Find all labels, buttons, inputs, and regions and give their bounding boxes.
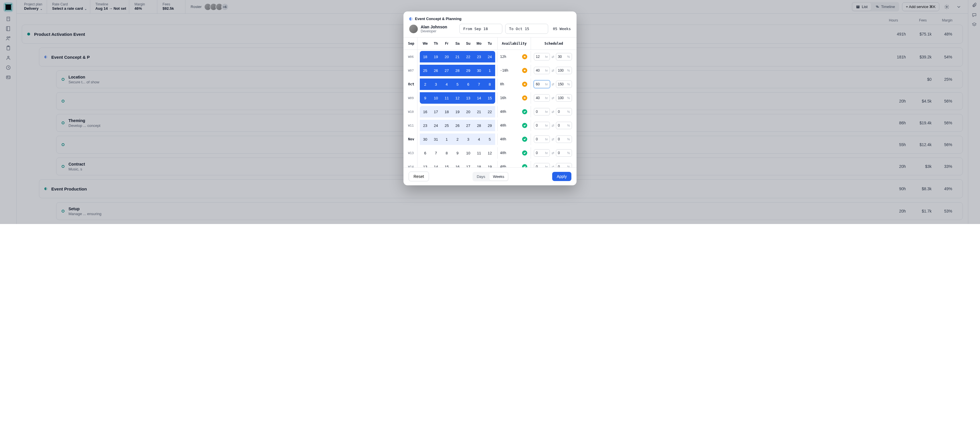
calendar-day[interactable]: 21 xyxy=(452,51,463,62)
calendar-day[interactable]: 20 xyxy=(463,106,474,118)
calendar-day[interactable]: 10 xyxy=(431,92,442,104)
calendar-day[interactable]: 13 xyxy=(420,161,431,167)
percent-input[interactable]: 0% xyxy=(556,149,572,157)
hours-input[interactable]: 0hr xyxy=(534,108,550,116)
reset-button[interactable]: Reset xyxy=(409,172,429,181)
hours-input[interactable]: 12hr xyxy=(534,53,550,60)
check-icon xyxy=(522,150,527,156)
calendar-day[interactable]: 17 xyxy=(463,161,474,167)
calendar-day[interactable]: 22 xyxy=(463,51,474,62)
calendar-day[interactable]: 6 xyxy=(420,147,431,159)
calendar-day[interactable]: 3 xyxy=(463,133,474,145)
calendar-day[interactable]: 8 xyxy=(441,147,452,159)
calendar-day[interactable]: 25 xyxy=(441,120,452,131)
percent-input[interactable]: 150% xyxy=(556,81,572,88)
calendar-day[interactable]: 26 xyxy=(452,120,463,131)
calendar-day[interactable]: 28 xyxy=(452,65,463,76)
days-button[interactable]: Days xyxy=(473,173,489,181)
percent-input[interactable]: 100% xyxy=(556,67,572,74)
calendar-day[interactable]: 9 xyxy=(420,92,431,104)
calendar-day[interactable]: 8 xyxy=(484,78,495,90)
calendar-day[interactable]: 29 xyxy=(484,120,495,131)
calendar-day[interactable]: 13 xyxy=(463,92,474,104)
calendar-day[interactable]: 1 xyxy=(441,133,452,145)
calendar-day[interactable]: 16 xyxy=(452,161,463,167)
calendar-day[interactable]: 9 xyxy=(452,147,463,159)
calendar-row: W141314151617181940h0hr⇄0% xyxy=(404,160,576,167)
calendar-day[interactable]: 28 xyxy=(474,120,485,131)
calendar-day[interactable]: 4 xyxy=(441,78,452,90)
hours-input[interactable]: 40hr xyxy=(534,67,550,74)
weeks-button[interactable]: Weeks xyxy=(489,173,508,181)
calendar-day[interactable]: 30 xyxy=(474,65,485,76)
calendar-day[interactable]: 3 xyxy=(431,78,442,90)
calendar-day[interactable]: 29 xyxy=(463,65,474,76)
calendar-row: W101617181920212240h0hr⇄0% xyxy=(404,105,576,119)
percent-input[interactable]: 0% xyxy=(556,108,572,116)
calendar-day[interactable]: 21 xyxy=(474,106,485,118)
percent-input[interactable]: 0% xyxy=(556,135,572,143)
swap-icon[interactable]: ⇄ xyxy=(552,124,554,127)
swap-icon[interactable]: ⇄ xyxy=(552,151,554,155)
percent-input[interactable]: 0% xyxy=(556,122,572,129)
calendar-day[interactable]: 10 xyxy=(463,147,474,159)
calendar-day[interactable]: 6 xyxy=(463,78,474,90)
calendar-day[interactable]: 27 xyxy=(463,120,474,131)
swap-icon[interactable]: ⇄ xyxy=(552,55,554,59)
hours-input[interactable]: 60hr xyxy=(534,81,550,88)
calendar-day[interactable]: 20 xyxy=(441,51,452,62)
calendar-day[interactable]: 12 xyxy=(452,92,463,104)
calendar-day[interactable]: 17 xyxy=(431,106,442,118)
calendar-day[interactable]: 12 xyxy=(484,147,495,159)
calendar-day[interactable]: 16 xyxy=(420,106,431,118)
calendar-day[interactable]: 19 xyxy=(431,51,442,62)
calendar-day[interactable]: 30 xyxy=(420,133,431,145)
calendar-day[interactable]: 5 xyxy=(452,78,463,90)
hours-input[interactable]: 40hr xyxy=(534,94,550,102)
swap-icon[interactable]: ⇄ xyxy=(552,69,554,73)
calendar-day[interactable]: 23 xyxy=(474,51,485,62)
swap-icon[interactable]: ⇄ xyxy=(552,165,554,168)
calendar-day[interactable]: 23 xyxy=(420,120,431,131)
calendar-day[interactable]: 27 xyxy=(441,65,452,76)
calendar-day[interactable]: 2 xyxy=(452,133,463,145)
apply-button[interactable]: Apply xyxy=(552,172,571,181)
calendar-day[interactable]: 7 xyxy=(431,147,442,159)
calendar-day[interactable]: 11 xyxy=(474,147,485,159)
swap-icon[interactable]: ⇄ xyxy=(552,96,554,100)
calendar-day[interactable]: 19 xyxy=(484,161,495,167)
calendar-day[interactable]: 18 xyxy=(441,106,452,118)
calendar-day[interactable]: 11 xyxy=(441,92,452,104)
calendar-day[interactable]: 15 xyxy=(441,161,452,167)
swap-icon[interactable]: ⇄ xyxy=(552,138,554,141)
calendar-day[interactable]: 14 xyxy=(431,161,442,167)
calendar-day[interactable]: 19 xyxy=(452,106,463,118)
hours-input[interactable]: 0hr xyxy=(534,163,550,167)
modal-body[interactable]: W061819202122232412h12hr⇄30%W07252627282… xyxy=(404,50,576,167)
calendar-day[interactable]: 24 xyxy=(431,120,442,131)
hours-input[interactable]: 0hr xyxy=(534,149,550,157)
percent-input[interactable]: 100% xyxy=(556,94,572,102)
calendar-day[interactable]: 15 xyxy=(484,92,495,104)
percent-input[interactable]: 0% xyxy=(556,163,572,167)
hours-input[interactable]: 0hr xyxy=(534,122,550,129)
calendar-day[interactable]: 4 xyxy=(474,133,485,145)
percent-input[interactable]: 30% xyxy=(556,53,572,60)
calendar-day[interactable]: 25 xyxy=(420,65,431,76)
calendar-day[interactable]: 22 xyxy=(484,106,495,118)
from-date-input[interactable]: From Sep 18 xyxy=(459,24,502,34)
swap-icon[interactable]: ⇄ xyxy=(552,83,554,86)
calendar-day[interactable]: 18 xyxy=(420,51,431,62)
swap-icon[interactable]: ⇄ xyxy=(552,110,554,114)
calendar-day[interactable]: 14 xyxy=(474,92,485,104)
calendar-day[interactable]: 5 xyxy=(484,133,495,145)
calendar-day[interactable]: 18 xyxy=(474,161,485,167)
to-date-input[interactable]: To Oct 15 xyxy=(505,24,548,34)
calendar-day[interactable]: 7 xyxy=(474,78,485,90)
calendar-day[interactable]: 2 xyxy=(420,78,431,90)
calendar-day[interactable]: 1 xyxy=(484,65,495,76)
calendar-day[interactable]: 24 xyxy=(484,51,495,62)
calendar-day[interactable]: 26 xyxy=(431,65,442,76)
hours-input[interactable]: 0hr xyxy=(534,135,550,143)
calendar-day[interactable]: 31 xyxy=(431,133,442,145)
